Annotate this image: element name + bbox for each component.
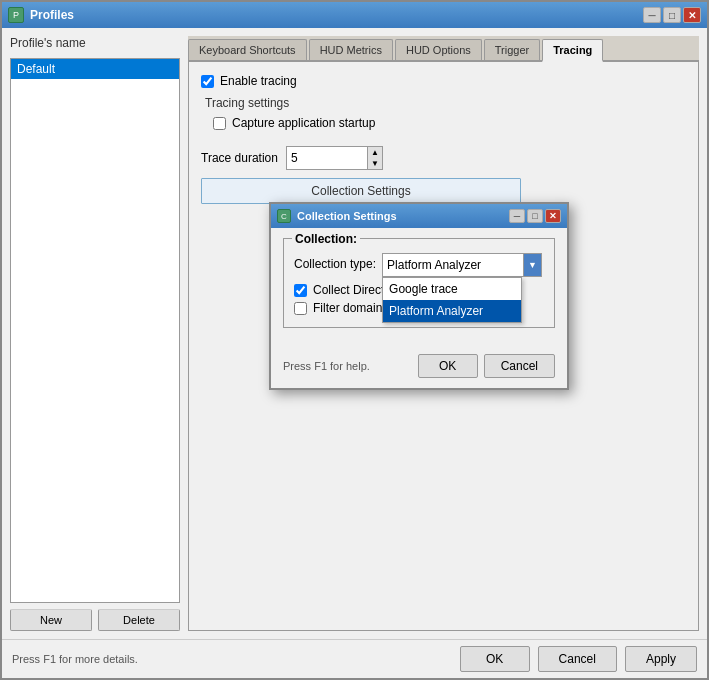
- title-bar-buttons: ─ □ ✕: [643, 7, 701, 23]
- spin-down-button[interactable]: ▼: [368, 158, 382, 169]
- dialog-icon: C: [277, 209, 291, 223]
- tab-hud-options[interactable]: HUD Options: [395, 39, 482, 60]
- dialog-title: Collection Settings: [297, 210, 503, 222]
- collection-group-title: Collection:: [292, 232, 360, 246]
- tab-trigger[interactable]: Trigger: [484, 39, 540, 60]
- filter-domains-checkbox[interactable]: [294, 302, 307, 315]
- dialog-buttons: OK Cancel: [418, 354, 555, 378]
- enable-tracing-row: Enable tracing: [201, 74, 686, 88]
- dialog-maximize-button[interactable]: □: [527, 209, 543, 223]
- dialog-title-bar: C Collection Settings ─ □ ✕: [271, 204, 567, 228]
- collection-group: Collection: Collection type: Platform An…: [283, 238, 555, 328]
- spin-up-button[interactable]: ▲: [368, 147, 382, 158]
- profile-buttons: New Delete: [10, 609, 180, 631]
- capture-startup-checkbox[interactable]: [213, 117, 226, 130]
- title-bar: P Profiles ─ □ ✕: [2, 2, 707, 28]
- left-panel: Profile's name Default New Delete: [10, 36, 180, 631]
- window-title: Profiles: [30, 8, 637, 22]
- dialog-body: Collection: Collection type: Platform An…: [271, 228, 567, 348]
- tab-tracing[interactable]: Tracing: [542, 39, 603, 62]
- apply-button[interactable]: Apply: [625, 646, 697, 672]
- tracing-settings-label: Tracing settings: [201, 96, 686, 110]
- dropdown-option-platform-analyzer[interactable]: Platform Analyzer: [383, 300, 521, 322]
- dialog-footer: Press F1 for help. OK Cancel: [271, 348, 567, 388]
- collection-settings-dialog: C Collection Settings ─ □ ✕ Colle: [269, 202, 569, 390]
- ok-button[interactable]: OK: [460, 646, 530, 672]
- tabs-bar: Keyboard Shortcuts HUD Metrics HUD Optio…: [188, 36, 699, 62]
- trace-duration-row: Trace duration 5 ▲ ▼: [201, 146, 686, 170]
- new-button[interactable]: New: [10, 609, 92, 631]
- trace-duration-input-wrapper: 5 ▲ ▼: [286, 146, 383, 170]
- help-text: Press F1 for more details.: [12, 653, 452, 665]
- dialog-close-button[interactable]: ✕: [545, 209, 561, 223]
- tab-keyboard-shortcuts[interactable]: Keyboard Shortcuts: [188, 39, 307, 60]
- trace-duration-label: Trace duration: [201, 151, 278, 165]
- collection-type-row: Collection type: Platform Analyzer ▼ Goo…: [294, 253, 544, 277]
- collection-settings-button[interactable]: Collection Settings: [201, 178, 521, 204]
- dropdown-list: Google trace Platform Analyzer: [382, 277, 522, 323]
- dialog-title-buttons: ─ □ ✕: [509, 209, 561, 223]
- profile-list: Default: [10, 58, 180, 603]
- enable-tracing-label: Enable tracing: [220, 74, 297, 88]
- enable-tracing-checkbox[interactable]: [201, 75, 214, 88]
- maximize-button[interactable]: □: [663, 7, 681, 23]
- spinner-buttons: ▲ ▼: [367, 147, 382, 169]
- dropdown-arrow-icon: ▼: [523, 254, 541, 276]
- collect-directx-checkbox[interactable]: [294, 284, 307, 297]
- dialog-help-text: Press F1 for help.: [283, 360, 370, 372]
- close-button[interactable]: ✕: [683, 7, 701, 23]
- main-content: Profile's name Default New Delete Keyboa…: [2, 28, 707, 639]
- bottom-bar: Press F1 for more details. OK Cancel App…: [2, 639, 707, 678]
- dialog-ok-button[interactable]: OK: [418, 354, 478, 378]
- capture-startup-row: Capture application startup: [201, 116, 686, 130]
- dropdown-option-google-trace[interactable]: Google trace: [383, 278, 521, 300]
- main-window: P Profiles ─ □ ✕ Profile's name Default …: [0, 0, 709, 680]
- dialog-minimize-button[interactable]: ─: [509, 209, 525, 223]
- capture-startup-label: Capture application startup: [232, 116, 375, 130]
- right-panel: Keyboard Shortcuts HUD Metrics HUD Optio…: [188, 36, 699, 631]
- cancel-button[interactable]: Cancel: [538, 646, 617, 672]
- profile-item-default[interactable]: Default: [11, 59, 179, 79]
- tab-hud-metrics[interactable]: HUD Metrics: [309, 39, 393, 60]
- trace-duration-input[interactable]: 5: [287, 147, 367, 169]
- tracing-tab-content: Enable tracing Tracing settings Capture …: [188, 62, 699, 631]
- filter-domains-label: Filter domains: [313, 301, 388, 315]
- window-icon: P: [8, 7, 24, 23]
- collection-type-dropdown-wrapper: Platform Analyzer ▼ Google trace Platfor…: [382, 253, 542, 277]
- profiles-label: Profile's name: [10, 36, 180, 50]
- collection-type-label: Collection type:: [294, 253, 376, 271]
- collection-type-dropdown[interactable]: Platform Analyzer ▼: [382, 253, 542, 277]
- dialog-cancel-button[interactable]: Cancel: [484, 354, 555, 378]
- delete-button[interactable]: Delete: [98, 609, 180, 631]
- minimize-button[interactable]: ─: [643, 7, 661, 23]
